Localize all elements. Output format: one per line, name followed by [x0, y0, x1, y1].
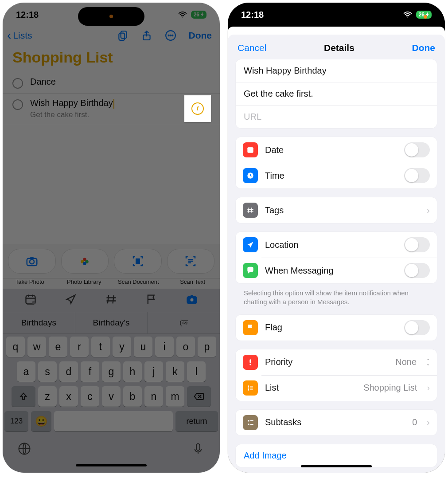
- scan-text-button[interactable]: [167, 249, 215, 274]
- calendar-icon: [243, 142, 258, 157]
- cancel-button[interactable]: Cancel: [238, 43, 266, 53]
- phone-left-reminders: 12:18 26 ‹ Lists Done Shopping List Danc…: [3, 3, 220, 473]
- key[interactable]: s: [38, 361, 57, 382]
- flag-row[interactable]: Flag: [236, 315, 437, 341]
- shift-key[interactable]: [12, 386, 35, 407]
- quick-action-label: Take Photo: [3, 278, 57, 289]
- camera-icon[interactable]: [186, 293, 198, 307]
- svg-rect-21: [247, 147, 253, 149]
- suggestion-bar: Birthdays Birthday's (क: [3, 312, 220, 334]
- key[interactable]: v: [102, 386, 121, 407]
- status-time: 12:18: [16, 10, 39, 20]
- priority-row[interactable]: Priority None ⌃⌄: [236, 349, 437, 375]
- key[interactable]: r: [70, 337, 89, 357]
- completion-circle-icon[interactable]: [12, 99, 23, 110]
- add-image-button[interactable]: Add Image: [236, 444, 437, 467]
- notes-field[interactable]: Get the cake first.: [236, 82, 437, 105]
- done-button[interactable]: Done: [412, 43, 436, 53]
- home-indicator[interactable]: [301, 465, 372, 467]
- messaging-toggle[interactable]: [404, 263, 430, 278]
- key[interactable]: w: [27, 337, 46, 357]
- svg-point-4: [168, 35, 169, 36]
- dynamic-island: [78, 7, 144, 26]
- key[interactable]: k: [166, 361, 184, 382]
- globe-icon[interactable]: [18, 442, 31, 457]
- list-row[interactable]: List Shopping List ›: [236, 375, 437, 401]
- return-key[interactable]: return: [175, 411, 218, 431]
- url-field[interactable]: URL: [236, 105, 437, 128]
- info-icon: i: [191, 102, 204, 115]
- title-field[interactable]: Wish Happy Birthday: [236, 59, 437, 82]
- key[interactable]: i: [155, 337, 174, 357]
- numbers-key[interactable]: 123: [4, 411, 28, 431]
- suggestion[interactable]: Birthdays: [3, 312, 75, 333]
- key[interactable]: e: [49, 337, 67, 357]
- time-toggle[interactable]: [404, 168, 430, 183]
- tags-group: Tags ›: [236, 197, 437, 223]
- reminder-row[interactable]: Dance: [3, 72, 220, 93]
- location-icon[interactable]: [65, 293, 77, 307]
- suggestion[interactable]: (क: [148, 312, 220, 333]
- reminder-title: Dance: [30, 77, 56, 87]
- completion-circle-icon[interactable]: [12, 78, 23, 89]
- flag-icon[interactable]: [145, 293, 158, 307]
- key[interactable]: h: [123, 361, 142, 382]
- key[interactable]: p: [198, 337, 216, 357]
- done-button[interactable]: Done: [189, 30, 212, 41]
- key[interactable]: o: [176, 337, 195, 357]
- key[interactable]: t: [91, 337, 110, 357]
- key[interactable]: x: [59, 386, 78, 407]
- copy-icon[interactable]: [117, 30, 129, 41]
- home-indicator[interactable]: [76, 464, 147, 466]
- wifi-icon: [178, 10, 187, 20]
- key[interactable]: f: [81, 361, 99, 382]
- tags-row[interactable]: Tags ›: [236, 197, 437, 223]
- scan-document-button[interactable]: [114, 249, 162, 274]
- key[interactable]: z: [38, 386, 57, 407]
- date-toggle[interactable]: [404, 142, 430, 157]
- details-sheet: Cancel Details Done Wish Happy Birthday …: [228, 35, 445, 473]
- hashtag-icon[interactable]: [105, 293, 117, 307]
- reminder-row[interactable]: Wish Happy Birthday Get the cake first. …: [3, 93, 220, 124]
- emoji-key[interactable]: 😀: [31, 411, 51, 431]
- photo-library-button[interactable]: [61, 249, 109, 274]
- key[interactable]: q: [6, 337, 25, 357]
- reminder-title[interactable]: Wish Happy Birthday: [30, 98, 114, 109]
- recording-dot-icon: [109, 15, 113, 18]
- space-key[interactable]: [54, 411, 173, 431]
- messaging-row[interactable]: When Messaging: [236, 258, 437, 283]
- svg-rect-34: [250, 424, 253, 425]
- location-toggle[interactable]: [404, 237, 430, 252]
- key[interactable]: m: [166, 386, 184, 407]
- key[interactable]: y: [113, 337, 131, 357]
- key[interactable]: b: [123, 386, 142, 407]
- toolbar: [3, 289, 220, 312]
- calendar-icon[interactable]: [24, 293, 37, 307]
- key[interactable]: a: [17, 361, 35, 382]
- subtasks-row[interactable]: Subtasks 0 ›: [236, 410, 437, 435]
- suggestion[interactable]: Birthday's: [75, 312, 148, 333]
- svg-rect-28: [250, 386, 253, 387]
- key[interactable]: j: [144, 361, 163, 382]
- more-icon[interactable]: [165, 30, 176, 41]
- share-icon[interactable]: [141, 30, 152, 41]
- location-row[interactable]: Location: [236, 232, 437, 258]
- back-button[interactable]: ‹ Lists: [7, 29, 32, 42]
- delete-key[interactable]: [187, 386, 211, 407]
- key[interactable]: u: [134, 337, 152, 357]
- svg-rect-13: [136, 259, 140, 264]
- info-button[interactable]: i: [184, 95, 211, 122]
- key[interactable]: d: [59, 361, 78, 382]
- svg-rect-19: [196, 444, 200, 451]
- key[interactable]: l: [187, 361, 206, 382]
- flag-toggle[interactable]: [404, 320, 430, 335]
- date-row[interactable]: Date: [236, 137, 437, 163]
- key[interactable]: g: [102, 361, 121, 382]
- mic-icon[interactable]: [191, 442, 205, 457]
- status-time: 12:18: [241, 10, 264, 20]
- add-image-group: Add Image: [236, 444, 437, 467]
- key[interactable]: n: [144, 386, 163, 407]
- take-photo-button[interactable]: [8, 249, 56, 274]
- time-row[interactable]: Time: [236, 163, 437, 188]
- key[interactable]: c: [81, 386, 99, 407]
